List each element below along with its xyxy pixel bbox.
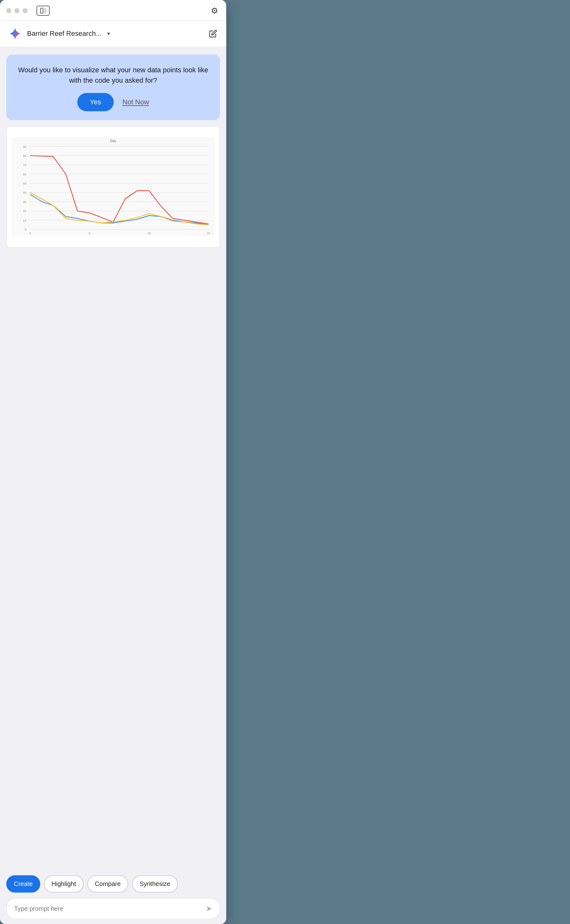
svg-text:10: 10: [23, 219, 26, 222]
svg-text:10: 10: [147, 231, 151, 235]
browser-chrome: ⚙: [0, 0, 226, 20]
svg-text:40: 40: [23, 191, 26, 194]
svg-text:20: 20: [23, 209, 26, 213]
svg-text:80: 80: [23, 154, 26, 158]
svg-text:Day: Day: [110, 139, 116, 143]
browser-window: ⚙ Barrier Reef Research... ▾: [0, 0, 226, 924]
svg-text:0: 0: [25, 228, 27, 231]
highlight-button[interactable]: Highlight: [44, 875, 84, 893]
line-chart: Day 0 10 20 30 40 50 60 70: [12, 133, 215, 240]
not-now-button[interactable]: Not Now: [123, 98, 149, 106]
traffic-lights: [6, 8, 28, 13]
svg-text:60: 60: [23, 173, 26, 176]
svg-text:50: 50: [23, 182, 26, 185]
settings-icon[interactable]: ⚙: [208, 5, 220, 16]
svg-text:70: 70: [23, 163, 26, 167]
app-title: Barrier Reef Research...: [27, 29, 101, 38]
svg-text:15: 15: [207, 231, 210, 235]
sidebar-bar-left: [40, 8, 43, 14]
traffic-light-3: [23, 8, 28, 13]
create-button[interactable]: Create: [6, 875, 40, 893]
svg-rect-0: [12, 137, 215, 235]
chart-container: Day 0 10 20 30 40 50 60 70: [6, 126, 220, 248]
sidebar-bar-right: [44, 8, 46, 14]
svg-text:5: 5: [89, 231, 90, 235]
viz-prompt-card: Would you like to visualize what your ne…: [6, 55, 220, 120]
svg-text:30: 30: [23, 200, 26, 204]
app-header-left: Barrier Reef Research... ▾: [8, 26, 110, 41]
yes-button[interactable]: Yes: [77, 93, 114, 111]
edit-button[interactable]: [207, 28, 219, 39]
action-buttons: Create Highlight Compare Synthesize: [6, 875, 220, 893]
traffic-light-1: [6, 8, 11, 13]
compare-button[interactable]: Compare: [87, 875, 128, 893]
bottom-bar: Create Highlight Compare Synthesize ➤: [0, 870, 226, 924]
title-dropdown-arrow[interactable]: ▾: [107, 30, 110, 37]
gemini-logo: [8, 26, 23, 41]
svg-text:90: 90: [23, 145, 26, 148]
app-header: Barrier Reef Research... ▾: [0, 20, 226, 47]
traffic-light-2: [14, 8, 20, 13]
prompt-input[interactable]: [14, 905, 206, 912]
synthesize-button[interactable]: Synthesize: [132, 875, 178, 893]
viz-card-actions: Yes Not Now: [77, 93, 149, 111]
sidebar-toggle-button[interactable]: [37, 6, 50, 16]
prompt-bar: ➤: [6, 898, 220, 919]
viz-prompt-text: Would you like to visualize what your ne…: [15, 65, 211, 86]
send-button[interactable]: ➤: [206, 904, 212, 913]
svg-text:0: 0: [29, 231, 31, 235]
main-content: Would you like to visualize what your ne…: [0, 47, 226, 870]
